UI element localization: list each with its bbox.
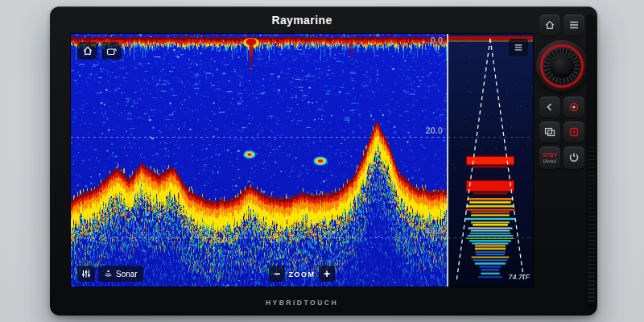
sonar-app-button[interactable]	[101, 42, 122, 60]
waypoint-icon	[568, 126, 580, 138]
chartplotter-device: Raymarine	[50, 6, 597, 316]
plus-glyph: +	[324, 268, 330, 279]
model-wordmark: HYBRIDTOUCH	[71, 299, 533, 307]
depth-label-deep: 40.0	[412, 226, 443, 236]
power-icon	[568, 152, 580, 163]
sonar-channel-button[interactable]: Sonar	[98, 266, 143, 282]
brand-wordmark: Raymarine	[71, 14, 533, 27]
hw-pane-button[interactable]	[539, 122, 560, 142]
side-grille	[586, 14, 597, 309]
page-background: Raymarine	[0, 0, 644, 322]
hw-waypoint-button[interactable]	[564, 122, 584, 142]
adjust-button[interactable]	[77, 266, 95, 282]
minus-glyph: −	[274, 268, 280, 279]
ascope-display[interactable]	[448, 34, 533, 287]
menu-icon	[568, 19, 580, 31]
sliders-icon	[81, 269, 91, 279]
zoom-in-button[interactable]: +	[319, 266, 335, 282]
depth-label-surface: 0.0	[412, 35, 443, 45]
zoom-label: ZOOM	[287, 270, 317, 279]
notification-dot	[118, 40, 123, 45]
home-icon	[82, 45, 93, 56]
sonar-cone-icon	[104, 269, 113, 279]
menu-icon	[514, 43, 523, 52]
home-button[interactable]	[77, 42, 97, 60]
chevron-left-icon	[544, 101, 555, 113]
depth-label-mid: 20.0	[412, 126, 443, 135]
rotary-knob[interactable]	[536, 40, 588, 92]
sonar-display[interactable]	[71, 34, 447, 287]
hw-ok-button[interactable]	[564, 97, 584, 118]
home-icon	[544, 19, 555, 31]
zoom-out-button[interactable]: −	[269, 266, 285, 282]
hw-home-button[interactable]	[539, 14, 560, 35]
panes-icon	[544, 126, 555, 138]
hw-menu-button[interactable]	[564, 14, 584, 35]
ok-ring-icon	[568, 101, 580, 113]
knob-cap	[550, 54, 574, 78]
water-temp-label: 74.7°F	[496, 273, 530, 281]
hw-back-button[interactable]	[539, 97, 560, 118]
auto-label: (Auto)	[543, 159, 556, 164]
sonar-channel-label: Sonar	[116, 270, 138, 279]
hw-standby-button[interactable]: STBY (Auto)	[539, 147, 560, 169]
menu-button[interactable]	[509, 39, 528, 56]
touchscreen[interactable]: 0.0 20.0 40.0 74.7°F Sonar	[71, 34, 533, 287]
hw-power-button[interactable]	[564, 147, 584, 169]
sonar-app-icon	[106, 46, 118, 56]
standby-label: STBY	[543, 152, 558, 159]
